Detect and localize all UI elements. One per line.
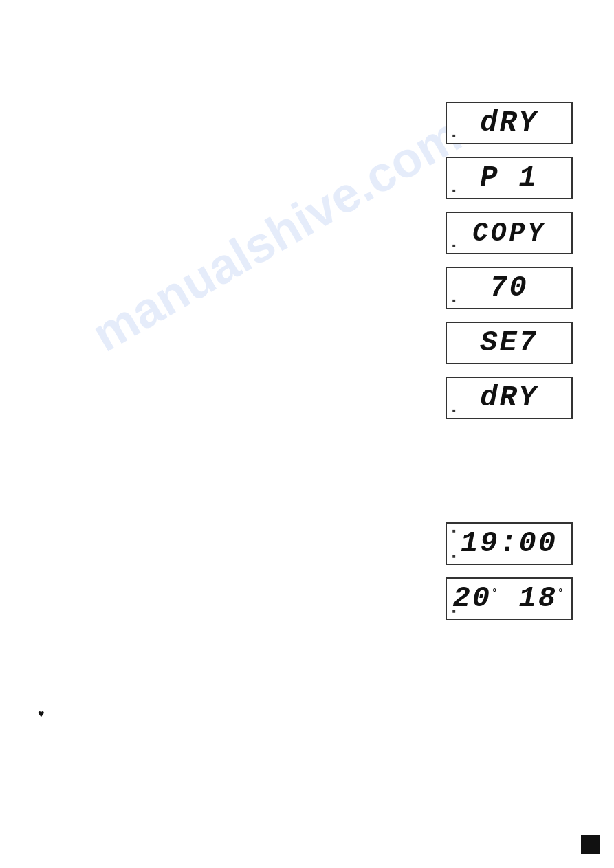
lcd-text-dry-2: dRY [480, 381, 538, 414]
lcd-dot-6: ■ [452, 408, 456, 414]
watermark: manualshive.com [83, 106, 470, 362]
lcd-dot-8: ■ [452, 608, 456, 614]
lcd-dot-2: ■ [452, 188, 456, 194]
page-content: manualshive.com ■ dRY ■ P 1 ■ COPY ■ 70 … [0, 0, 614, 868]
lcd-dot-3: ■ [452, 243, 456, 249]
lcd-display-p1: ■ P 1 [446, 157, 573, 199]
lcd-text-p1: P 1 [480, 162, 538, 194]
lcd-text-copy: COPY [472, 219, 546, 248]
lcd-display-se7: SE7 [446, 322, 573, 364]
lcd-display-70: ■ 70 [446, 267, 573, 309]
page-number-square [581, 835, 600, 854]
lcd-text-time: 19:00 [461, 527, 558, 560]
lcd-dot-7: ■ [452, 553, 456, 559]
lcd-display-dry-2: ■ dRY [446, 377, 573, 419]
lcd-display-time: ■ ■ 19:00 [446, 522, 573, 565]
lcd-dot-7-top: ■ [452, 528, 456, 534]
lcd-text-dry-1: dRY [480, 107, 538, 140]
lcd-text-temp: 20° 18° [453, 582, 566, 615]
lcd-display-dry-1: ■ dRY [446, 102, 573, 144]
lcd-display-copy: ■ COPY [446, 212, 573, 254]
lcd-dot-4: ■ [452, 298, 456, 304]
lcd-text-se7: SE7 [480, 326, 538, 359]
lcd-dot-1: ■ [452, 133, 456, 139]
bullet-symbol: ♥ [38, 708, 45, 720]
lcd-display-temp: ■ 20° 18° [446, 577, 573, 620]
lcd-text-70: 70 [490, 271, 528, 304]
